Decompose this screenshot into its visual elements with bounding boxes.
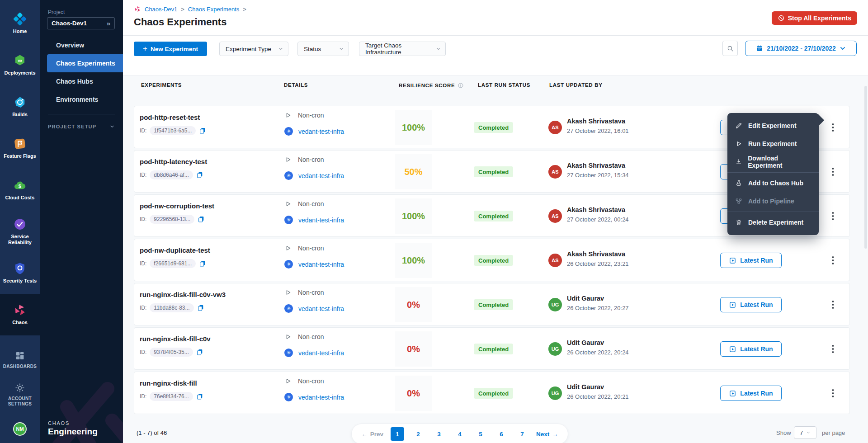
- menu-item-download-experiment[interactable]: Download Experiment: [727, 153, 819, 171]
- prev-page-button[interactable]: ← Prev: [361, 431, 383, 438]
- status-filter[interactable]: Status: [297, 42, 349, 56]
- stop-all-experiments-button[interactable]: Stop All Experiments: [772, 11, 857, 25]
- page-button-7[interactable]: 7: [515, 427, 529, 441]
- menu-item-add-to-chaos-hub[interactable]: Add to Chaos Hub: [727, 174, 819, 192]
- copy-icon[interactable]: [196, 349, 203, 356]
- experiment-name[interactable]: pod-http-latency-test: [140, 158, 207, 165]
- infrastructure-line: ✳ vedant-test-infra: [284, 127, 344, 136]
- feature-flags-icon: [13, 137, 27, 151]
- resilience-score-value: 0%: [407, 388, 420, 399]
- sidebar-item-home[interactable]: Home: [0, 3, 40, 44]
- next-page-button[interactable]: Next →: [536, 431, 558, 438]
- updated-by-date: 26 October 2022, 23:21: [567, 260, 629, 267]
- infrastructure-link[interactable]: vedant-test-infra: [298, 172, 344, 179]
- menu-item-add-to-pipeline[interactable]: Add to Pipeline: [727, 192, 819, 210]
- experiment-type-filter[interactable]: Experiment Type: [219, 42, 288, 56]
- menu-item-delete-experiment[interactable]: Delete Experiment: [727, 213, 819, 231]
- scrollbar-thumb[interactable]: [864, 86, 867, 249]
- new-experiment-button[interactable]: + New Experiment: [134, 42, 207, 56]
- latest-run-button[interactable]: Latest Run: [720, 386, 782, 401]
- row-menu-button[interactable]: [827, 164, 839, 179]
- experiment-name[interactable]: pod-http-reset-test: [140, 113, 200, 121]
- sidebar-item-dashboards[interactable]: DASHBOARDS: [0, 350, 40, 370]
- page-button-5[interactable]: 5: [474, 427, 487, 441]
- page-button-1[interactable]: 1: [391, 427, 404, 441]
- project-selector[interactable]: Chaos-Dev1 »: [47, 17, 115, 29]
- page-button-3[interactable]: 3: [432, 427, 446, 441]
- row-menu-button[interactable]: [827, 341, 839, 357]
- sidebar-item-builds[interactable]: Builds: [0, 86, 40, 127]
- latest-run-button[interactable]: Latest Run: [720, 341, 782, 357]
- infrastructure-link[interactable]: vedant-test-infra: [298, 349, 344, 357]
- infrastructure-link[interactable]: vedant-test-infra: [298, 261, 344, 268]
- menu-item-run-experiment[interactable]: Run Experiment: [727, 135, 819, 153]
- pipeline-icon: [735, 198, 743, 205]
- project-setup-section[interactable]: PROJECT SETUP: [48, 124, 115, 129]
- page-button-6[interactable]: 6: [495, 427, 508, 441]
- latest-run-button[interactable]: Latest Run: [720, 297, 782, 312]
- infrastructure-link[interactable]: vedant-test-infra: [298, 305, 344, 312]
- experiment-name[interactable]: pod-nw-duplicate-test: [140, 246, 210, 254]
- sidebar-item-chaos[interactable]: Chaos: [0, 294, 40, 335]
- experiment-name[interactable]: pod-nw-corruption-test: [140, 202, 214, 210]
- schedule-type: Non-cron: [298, 156, 324, 163]
- page-button-2[interactable]: 2: [411, 427, 425, 441]
- infrastructure-link[interactable]: vedant-test-infra: [298, 217, 344, 224]
- run-report-icon: [729, 301, 736, 309]
- sidebar-item-feature-flags[interactable]: Feature Flags: [0, 127, 40, 169]
- copy-icon[interactable]: [196, 393, 203, 400]
- copy-icon[interactable]: [196, 171, 203, 179]
- row-menu-button[interactable]: [827, 208, 839, 224]
- breadcrumb: Chaos-Dev1 > Chaos Experiments >: [134, 5, 246, 13]
- breadcrumb-separator: >: [243, 6, 246, 13]
- sidebar-item-deployments[interactable]: ∞ Deployments: [0, 44, 40, 86]
- nav-item-chaos-experiments[interactable]: Chaos Experiments: [47, 54, 123, 72]
- menu-item-edit-experiment[interactable]: Edit Experiment: [727, 117, 819, 135]
- chaos-hub-icon: [735, 179, 743, 187]
- updated-by-name: Akash Shrivastava: [567, 206, 625, 213]
- target-infrastructure-filter[interactable]: Target Chaos Infrastructure: [359, 42, 446, 56]
- sidebar-item-service-reliability[interactable]: Service Reliability: [0, 211, 40, 252]
- date-range-picker[interactable]: 21/10/2022 - 27/10/2022: [745, 41, 857, 56]
- resilience-score-value: 100%: [402, 211, 425, 222]
- experiment-name[interactable]: run-nginx-disk-fill: [140, 379, 197, 387]
- resilience-score-value: 100%: [402, 255, 425, 266]
- user-avatar[interactable]: NM: [13, 422, 27, 436]
- sidebar-item-cloud-costs[interactable]: $ Cloud Costs: [0, 169, 40, 211]
- kebab-icon: [832, 344, 834, 353]
- nav-item-environments[interactable]: Environments: [40, 90, 123, 108]
- copy-icon[interactable]: [197, 304, 204, 311]
- copy-icon[interactable]: [199, 260, 206, 267]
- row-menu-button[interactable]: [827, 386, 839, 401]
- sidebar-item-security-tests[interactable]: Security Tests: [0, 252, 40, 294]
- row-menu-button[interactable]: [827, 297, 839, 312]
- row-menu-button[interactable]: [827, 253, 839, 268]
- right-arrow-icon: →: [552, 431, 558, 438]
- main-content: Chaos-Dev1 > Chaos Experiments > Chaos E…: [123, 0, 868, 443]
- experiment-name[interactable]: run-nginx-disk-fill-c0v-vw3: [140, 291, 226, 298]
- breadcrumb-experiments-link[interactable]: Chaos Experiments: [188, 6, 239, 13]
- per-page-label: per page: [822, 429, 845, 436]
- row-menu-button[interactable]: [827, 120, 839, 135]
- header-divider: [123, 35, 868, 36]
- infrastructure-link[interactable]: vedant-test-infra: [298, 128, 344, 135]
- info-icon[interactable]: [458, 82, 464, 89]
- experiment-name[interactable]: run-nginx-disk-fill-c0v: [140, 335, 211, 343]
- experiment-id-line: ID: 76e8f434-76...: [140, 392, 203, 401]
- collapse-panel-icon[interactable]: »: [107, 19, 110, 27]
- nav-item-chaos-hubs[interactable]: Chaos Hubs: [40, 72, 123, 90]
- avatar: AS: [548, 209, 562, 223]
- sidebar-item-account-settings[interactable]: ACCOUNT SETTINGS: [0, 382, 40, 407]
- page-button-4[interactable]: 4: [453, 427, 467, 441]
- page-size-select[interactable]: 7: [794, 426, 816, 439]
- latest-run-button[interactable]: Latest Run: [720, 253, 782, 268]
- copy-icon[interactable]: [199, 127, 206, 134]
- infrastructure-link[interactable]: vedant-test-infra: [298, 394, 344, 401]
- schedule-type: Non-cron: [298, 289, 324, 296]
- copy-icon[interactable]: [198, 216, 205, 223]
- search-button[interactable]: [722, 41, 738, 56]
- resilience-score-tile: 100%: [395, 243, 432, 278]
- nav-item-overview[interactable]: Overview: [40, 36, 123, 54]
- breadcrumb-project-link[interactable]: Chaos-Dev1: [145, 6, 177, 13]
- kebab-icon: [832, 123, 834, 132]
